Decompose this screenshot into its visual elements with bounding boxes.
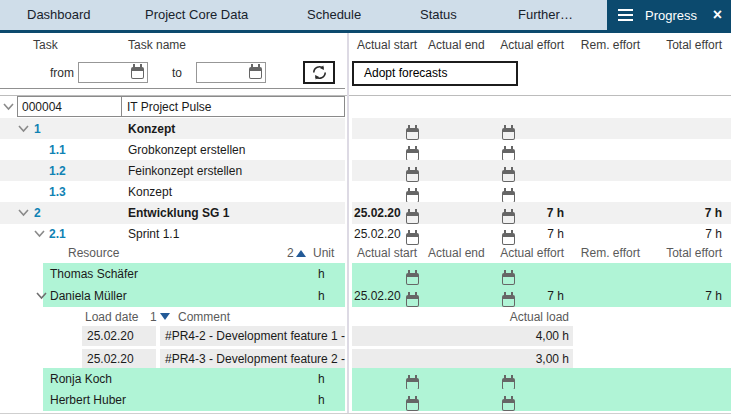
calendar-icon[interactable] [406,212,419,224]
actual-start-value[interactable]: 25.02.20 [354,285,401,307]
resource-row: Thomas Schäfer h [0,263,731,285]
task-name[interactable]: Entwicklung SG 1 [128,202,229,224]
tab-progress-active[interactable]: Progress × [607,0,731,30]
calendar-icon[interactable] [406,149,419,161]
actual-load-value[interactable]: 3,00 h [352,349,573,368]
task-row: 1.3 Konzept [0,181,731,202]
col-header-actual-start[interactable]: Actual start [357,243,417,263]
task-number[interactable]: 1.3 [49,181,66,202]
chevron-down-icon[interactable] [34,230,45,238]
sort-indicator[interactable]: 1 [150,307,170,326]
tab-status[interactable]: Status [420,0,457,30]
project-name-input[interactable]: IT Project Pulse [121,96,345,117]
calendar-icon[interactable] [406,273,419,285]
col-header-resource[interactable]: Resource [68,243,119,263]
resource-row: Herbert Huber h [0,389,731,411]
col-header-task[interactable]: Task [33,33,58,57]
actual-start-value[interactable]: 25.02.20 [354,224,401,243]
task-name[interactable]: Feinkonzept erstellen [128,160,242,181]
total-effort-value: 7 h [640,285,722,307]
resource-name[interactable]: Daniela Müller [50,285,127,307]
filter-to-label: to [172,62,182,84]
col-header-total-effort[interactable]: Total effort [640,243,722,263]
col-header-total-effort[interactable]: Total effort [640,33,722,57]
col-header-rem-effort[interactable]: Rem. effort [564,33,640,57]
col-header-actual-start[interactable]: Actual start [357,33,417,57]
load-date-value[interactable]: 25.02.20 [82,349,156,368]
col-header-actual-effort[interactable]: Actual effort [492,243,564,263]
load-comment-value[interactable]: #PR4-3 - Development feature 2 - [160,349,345,368]
tab-dashboard[interactable]: Dashboard [27,0,91,30]
calendar-icon[interactable] [502,399,515,411]
calendar-icon[interactable] [131,67,144,79]
sort-order-number: 2 [287,246,294,260]
col-header-actual-end[interactable]: Actual end [428,33,485,57]
sort-indicator[interactable]: 2 [287,243,306,263]
col-header-comment[interactable]: Comment [178,307,230,326]
close-icon[interactable]: × [713,7,722,23]
resource-unit: h [318,368,325,389]
task-number[interactable]: 2.1 [49,224,66,243]
task-name[interactable]: Grobkonzept erstellen [128,139,245,160]
filter-from-input[interactable] [78,62,148,83]
chevron-down-icon[interactable] [18,209,29,217]
task-number[interactable]: 2 [34,202,41,224]
calendar-icon[interactable] [502,128,515,140]
col-header-rem-effort[interactable]: Rem. effort [564,243,640,263]
refresh-icon [310,63,329,82]
calendar-icon[interactable] [502,149,515,161]
load-comment-value[interactable]: #PR4-2 - Development feature 1 - [160,326,345,346]
filter-from-field[interactable] [81,64,129,81]
adopt-forecasts-button[interactable]: Adopt forecasts [352,61,518,86]
resource-name[interactable]: Thomas Schäfer [50,263,138,285]
col-header-unit[interactable]: Unit [313,243,334,263]
calendar-icon[interactable] [406,399,419,411]
calendar-icon[interactable] [502,191,515,203]
hamburger-icon[interactable] [618,14,633,16]
tab-schedule[interactable]: Schedule [307,0,361,30]
task-number[interactable]: 1 [34,118,41,139]
resource-name[interactable]: Herbert Huber [50,389,126,411]
tab-bar: Dashboard Project Core Data Schedule Sta… [0,0,731,30]
load-date-value[interactable]: 25.02.20 [82,326,156,346]
project-id-input[interactable]: 000004 [17,96,122,117]
filter-to-field[interactable] [199,64,247,81]
col-header-actual-load[interactable]: Actual load [352,307,573,326]
chevron-down-icon[interactable] [18,125,29,133]
tab-project-core-data[interactable]: Project Core Data [145,0,248,30]
actual-load-value[interactable]: 4,00 h [352,326,573,346]
resource-unit: h [318,285,325,307]
table-bottom-border [0,413,731,414]
resource-unit: h [318,263,325,285]
calendar-icon[interactable] [406,378,419,390]
col-header-actual-end[interactable]: Actual end [428,243,485,263]
task-number[interactable]: 1.2 [49,160,66,181]
calendar-icon[interactable] [249,67,262,79]
task-row: 1 Konzept [0,118,731,139]
resource-name[interactable]: Ronja Koch [50,368,112,389]
refresh-button[interactable] [303,61,335,84]
actual-start-value[interactable]: 25.02.20 [354,202,401,224]
calendar-icon[interactable] [502,170,515,182]
triangle-down-icon [160,313,170,320]
actual-effort-value: 7 h [492,224,564,243]
load-row: 25.02.20 #PR4-3 - Development feature 2 … [0,349,731,369]
calendar-icon[interactable] [406,170,419,182]
task-number[interactable]: 1.1 [49,139,66,160]
col-header-actual-effort[interactable]: Actual effort [492,33,564,57]
col-header-task-name[interactable]: Task name [128,33,186,57]
col-header-load-date[interactable]: Load date [85,307,138,326]
tab-progress-label: Progress [645,8,697,23]
calendar-icon[interactable] [406,128,419,140]
filter-to-input[interactable] [196,62,266,83]
calendar-icon[interactable] [406,295,419,307]
chevron-down-icon[interactable] [36,292,47,300]
calendar-icon[interactable] [502,378,515,390]
task-name[interactable]: Sprint 1.1 [128,224,179,243]
tab-further[interactable]: Further… [518,0,573,30]
chevron-down-icon[interactable] [3,103,14,111]
task-name[interactable]: Konzept [128,181,172,202]
calendar-icon[interactable] [502,273,515,285]
task-name[interactable]: Konzept [128,118,175,139]
calendar-icon[interactable] [406,191,419,203]
